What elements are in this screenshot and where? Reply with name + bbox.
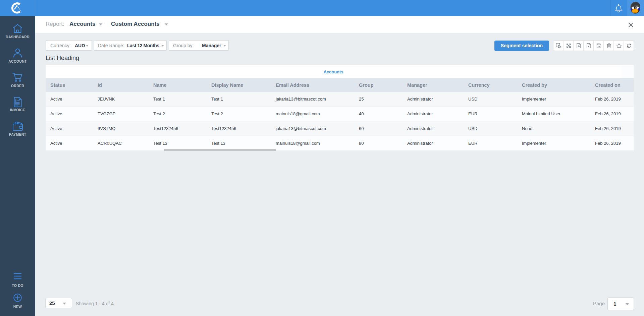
svg-text:$: $ <box>15 99 17 102</box>
